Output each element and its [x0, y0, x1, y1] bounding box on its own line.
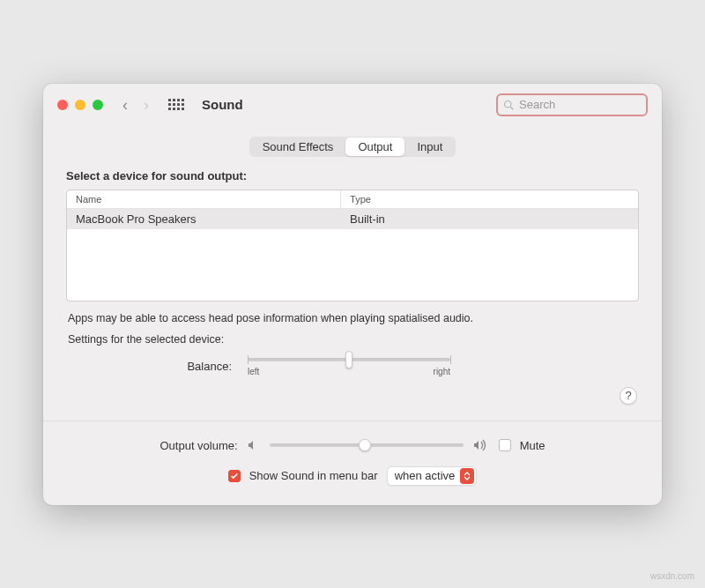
- mute-label: Mute: [520, 439, 545, 452]
- balance-right-label: right: [434, 367, 450, 376]
- balance-left-label: left: [248, 367, 259, 376]
- divider: [43, 421, 662, 421]
- show-in-menubar-label: Show Sound in menu bar: [249, 469, 378, 482]
- sound-preferences-window: ‹ › Sound Search Sound Effects Output In…: [43, 84, 662, 505]
- search-input[interactable]: Search: [496, 93, 648, 116]
- balance-thumb[interactable]: [345, 351, 352, 368]
- updown-arrows-icon: [460, 468, 474, 484]
- help-button[interactable]: ?: [620, 387, 637, 405]
- tab-sound-effects[interactable]: Sound Effects: [250, 138, 346, 156]
- output-volume-row: Output volume: Mute: [43, 435, 662, 463]
- table-row[interactable]: MacBook Pro Speakers Built-in: [67, 209, 638, 229]
- forward-button: ›: [144, 97, 149, 113]
- search-placeholder: Search: [519, 98, 555, 111]
- head-pose-hint: Apps may be able to access head pose inf…: [68, 312, 637, 324]
- tab-output[interactable]: Output: [345, 138, 404, 156]
- output-volume-label: Output volume:: [160, 439, 237, 452]
- search-icon: [503, 100, 514, 110]
- tab-input[interactable]: Input: [404, 138, 455, 156]
- dropdown-value: when active: [395, 469, 456, 482]
- column-name[interactable]: Name: [67, 190, 341, 208]
- menubar-row: Show Sound in menu bar when active: [43, 463, 662, 496]
- balance-control: Balance: left right: [66, 358, 639, 383]
- minimize-window-button[interactable]: [75, 100, 85, 110]
- nav-buttons: ‹ ›: [122, 97, 149, 113]
- zoom-window-button[interactable]: [93, 100, 103, 110]
- tabs: Sound Effects Output Input: [43, 126, 662, 169]
- window-controls: [57, 100, 103, 110]
- tab-segment: Sound Effects Output Input: [249, 137, 456, 157]
- show-all-icon[interactable]: [168, 99, 184, 110]
- titlebar: ‹ › Sound Search: [43, 84, 662, 126]
- mute-checkbox[interactable]: [499, 439, 511, 451]
- close-window-button[interactable]: [57, 100, 68, 110]
- svg-line-1: [510, 107, 513, 109]
- device-type: Built-in: [341, 209, 638, 229]
- window-title: Sound: [202, 97, 243, 112]
- content: Select a device for sound output: Name T…: [43, 169, 662, 421]
- balance-label: Balance:: [75, 358, 232, 373]
- device-name: MacBook Pro Speakers: [67, 209, 341, 229]
- device-table: Name Type MacBook Pro Speakers Built-in: [66, 190, 639, 301]
- table-body: MacBook Pro Speakers Built-in: [67, 209, 638, 301]
- column-type[interactable]: Type: [341, 190, 638, 208]
- svg-point-0: [505, 100, 512, 108]
- settings-label: Settings for the selected device:: [68, 333, 637, 346]
- show-in-menubar-checkbox[interactable]: [228, 470, 241, 482]
- balance-slider[interactable]: left right: [248, 358, 450, 376]
- output-volume-slider[interactable]: [270, 443, 464, 447]
- table-header: Name Type: [67, 190, 638, 209]
- speaker-low-icon: [247, 439, 261, 451]
- output-device-section-title: Select a device for sound output:: [66, 169, 639, 182]
- menubar-condition-dropdown[interactable]: when active: [387, 466, 478, 486]
- speaker-high-icon: [472, 439, 490, 451]
- back-button[interactable]: ‹: [122, 97, 128, 113]
- volume-thumb[interactable]: [359, 439, 371, 451]
- watermark: wsxdn.com: [650, 571, 694, 581]
